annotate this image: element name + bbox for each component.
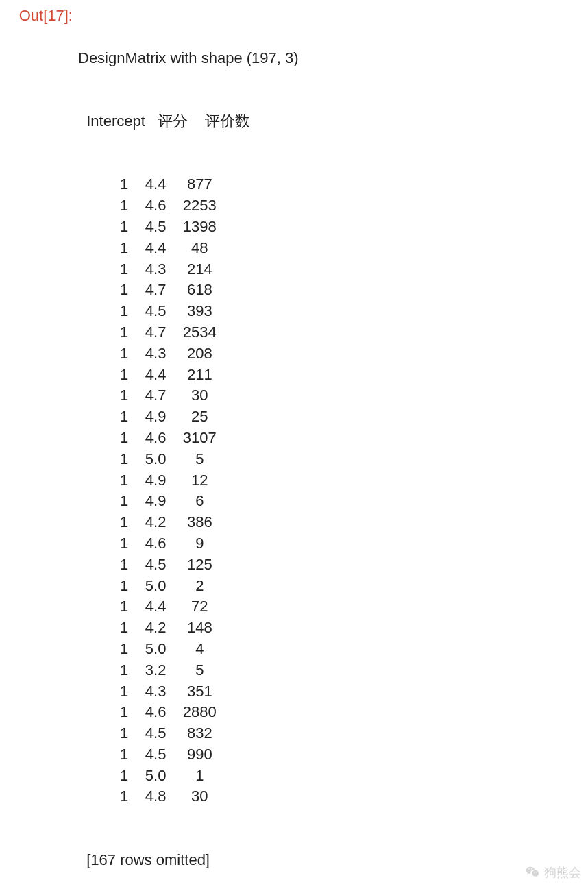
table-row: 1 5.0 1 bbox=[78, 766, 583, 787]
output-prompt-label: Out[17]: bbox=[5, 5, 78, 27]
table-row: 1 4.4 877 bbox=[78, 174, 583, 195]
table-row: 1 4.5 125 bbox=[78, 554, 583, 576]
table-row: 1 4.9 12 bbox=[78, 470, 583, 491]
table-row: 1 4.3 351 bbox=[78, 681, 583, 703]
table-row: 1 4.3 214 bbox=[78, 259, 583, 280]
table-row: 1 4.9 6 bbox=[78, 491, 583, 512]
table-row: 1 4.7 30 bbox=[78, 385, 583, 406]
table-row: 1 4.5 1398 bbox=[78, 217, 583, 238]
table-row: 1 4.5 832 bbox=[78, 723, 583, 744]
table-row: 1 4.7 618 bbox=[78, 280, 583, 301]
rows-omitted-label: [167 rows omitted] bbox=[78, 850, 583, 871]
table-row: 1 4.6 3107 bbox=[78, 428, 583, 449]
table-row: 1 4.6 2880 bbox=[78, 702, 583, 723]
table-body: 1 4.4 877 1 4.6 2253 1 4.5 1398 1 4.4 48… bbox=[78, 174, 583, 807]
table-header-row: Intercept 评分 评价数 bbox=[78, 111, 583, 132]
table-row: 1 4.4 48 bbox=[78, 238, 583, 259]
table-row: 1 4.5 393 bbox=[78, 301, 583, 322]
table-row: 1 4.6 2253 bbox=[78, 195, 583, 217]
table-row: 1 4.5 990 bbox=[78, 744, 583, 766]
table-row: 1 5.0 4 bbox=[78, 639, 583, 660]
table-row: 1 4.2 148 bbox=[78, 618, 583, 639]
table-row: 1 4.6 9 bbox=[78, 533, 583, 554]
table-row: 1 4.4 211 bbox=[78, 365, 583, 386]
table-row: 1 4.2 386 bbox=[78, 512, 583, 533]
notebook-output-cell: Out[17]: DesignMatrix with shape (197, 3… bbox=[5, 5, 583, 891]
designmatrix-title: DesignMatrix with shape (197, 3) bbox=[78, 48, 583, 69]
table-row: 1 3.2 5 bbox=[78, 660, 583, 681]
table-row: 1 5.0 2 bbox=[78, 576, 583, 597]
table-row: 1 4.3 208 bbox=[78, 343, 583, 365]
output-content-area: DesignMatrix with shape (197, 3) Interce… bbox=[78, 5, 583, 891]
table-row: 1 4.4 72 bbox=[78, 596, 583, 618]
table-row: 1 4.8 30 bbox=[78, 786, 583, 807]
table-row: 1 4.9 25 bbox=[78, 406, 583, 428]
table-row: 1 4.7 2534 bbox=[78, 322, 583, 343]
table-row: 1 5.0 5 bbox=[78, 449, 583, 470]
